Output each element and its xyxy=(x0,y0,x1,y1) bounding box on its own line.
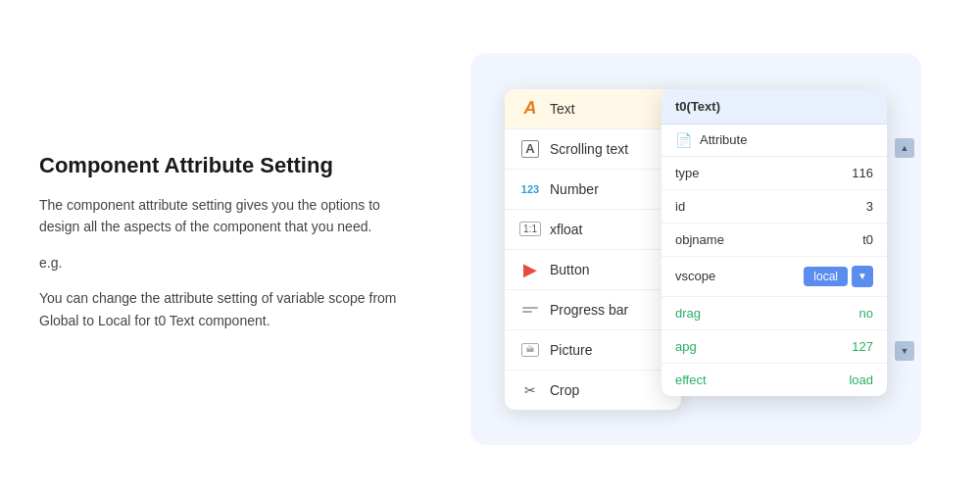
attr-value-vscope: local xyxy=(804,267,848,286)
crop-icon: ✂ xyxy=(520,380,540,400)
attr-value-type: 116 xyxy=(852,166,873,180)
attr-row-effect: effect load xyxy=(662,364,887,396)
component-label-xfloat: xfloat xyxy=(550,222,582,237)
component-item-xfloat[interactable]: 1:1 xfloat xyxy=(505,210,681,250)
component-label-crop: Crop xyxy=(550,382,579,398)
attr-key-objname: objname xyxy=(675,232,862,247)
attr-title: t0(Text) xyxy=(662,89,887,124)
attr-row-objname: objname t0 xyxy=(662,224,887,257)
page-container: Component Attribute Setting The componen… xyxy=(0,0,980,498)
picture-icon: 🏔 xyxy=(520,340,540,360)
component-label-number: Number xyxy=(550,181,599,197)
attr-row-type: type 116 xyxy=(662,157,887,190)
attr-key-drag: drag xyxy=(675,306,859,321)
attr-key-apg: apg xyxy=(675,339,852,354)
component-label-scrolling-text: Scrolling text xyxy=(550,141,628,157)
attr-value-objname: t0 xyxy=(862,232,873,247)
attr-row-id: id 3 xyxy=(662,190,887,224)
attr-value-effect: load xyxy=(849,373,873,387)
document-icon: 📄 xyxy=(675,132,692,148)
button-icon: ▶ xyxy=(520,260,540,279)
ui-section: A Text A Scrolling text 123 Number xyxy=(451,89,941,410)
component-label-progress-bar: Progress bar xyxy=(550,302,628,318)
number-icon: 123 xyxy=(520,179,540,199)
component-item-picture[interactable]: 🏔 Picture xyxy=(505,330,681,371)
text-section: Component Attribute Setting The componen… xyxy=(39,153,451,345)
vscope-dropdown-arrow[interactable]: ▼ xyxy=(852,266,873,287)
attr-row-vscope[interactable]: vscope local ▼ xyxy=(662,257,887,297)
paragraph-2: You can change the attribute setting of … xyxy=(39,287,412,331)
component-label-text: Text xyxy=(550,101,575,117)
paragraph-1: The component attribute setting gives yo… xyxy=(39,194,412,238)
component-label-button: Button xyxy=(550,262,589,277)
component-panel: A Text A Scrolling text 123 Number xyxy=(505,89,681,410)
component-item-number[interactable]: 123 Number xyxy=(505,170,681,210)
text-icon: A xyxy=(520,99,540,119)
attr-value-id: 3 xyxy=(866,199,873,214)
attr-key-vscope: vscope xyxy=(675,269,804,283)
panels-wrapper: A Text A Scrolling text 123 Number xyxy=(505,89,887,410)
xfloat-icon: 1:1 xyxy=(520,220,540,239)
scrollbar-container: ▲ ▼ xyxy=(895,89,914,410)
vscope-dropdown[interactable]: local ▼ xyxy=(804,266,873,287)
attr-row-drag: drag no xyxy=(662,297,887,330)
scrolling-text-icon: A xyxy=(520,139,540,159)
eg-label: e.g. xyxy=(39,252,412,274)
component-item-crop[interactable]: ✂ Crop xyxy=(505,371,681,410)
attr-subheader: 📄 Attribute xyxy=(662,124,887,157)
scroll-up-button[interactable]: ▲ xyxy=(895,138,914,158)
attr-key-type: type xyxy=(675,166,852,180)
component-item-progress-bar[interactable]: Progress bar xyxy=(505,290,681,330)
attr-key-id: id xyxy=(675,199,866,214)
attr-key-effect: effect xyxy=(675,373,849,387)
attr-row-apg: apg 127 xyxy=(662,330,887,364)
page-title: Component Attribute Setting xyxy=(39,153,412,178)
attr-subheader-label: Attribute xyxy=(700,132,747,147)
component-item-text[interactable]: A Text xyxy=(505,89,681,129)
attr-value-drag: no xyxy=(859,306,873,321)
component-item-scrolling-text[interactable]: A Scrolling text xyxy=(505,129,681,170)
scroll-down-button[interactable]: ▼ xyxy=(895,341,914,361)
attribute-panel: t0(Text) 📄 Attribute type 116 id 3 xyxy=(662,89,887,396)
component-label-picture: Picture xyxy=(550,342,593,358)
component-item-button[interactable]: ▶ Button xyxy=(505,250,681,290)
attr-value-apg: 127 xyxy=(852,339,873,354)
progress-bar-icon xyxy=(520,300,540,320)
